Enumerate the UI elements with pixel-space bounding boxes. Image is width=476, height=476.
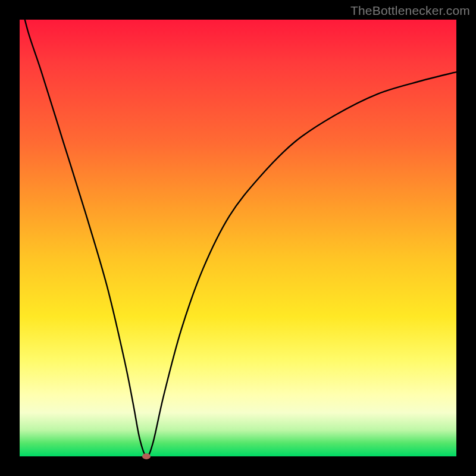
bottleneck-curve xyxy=(20,20,456,456)
watermark-text: TheBottlenecker.com xyxy=(350,4,470,18)
minimum-marker xyxy=(142,453,151,459)
plot-area xyxy=(20,20,456,456)
chart-frame: TheBottlenecker.com xyxy=(0,0,476,476)
